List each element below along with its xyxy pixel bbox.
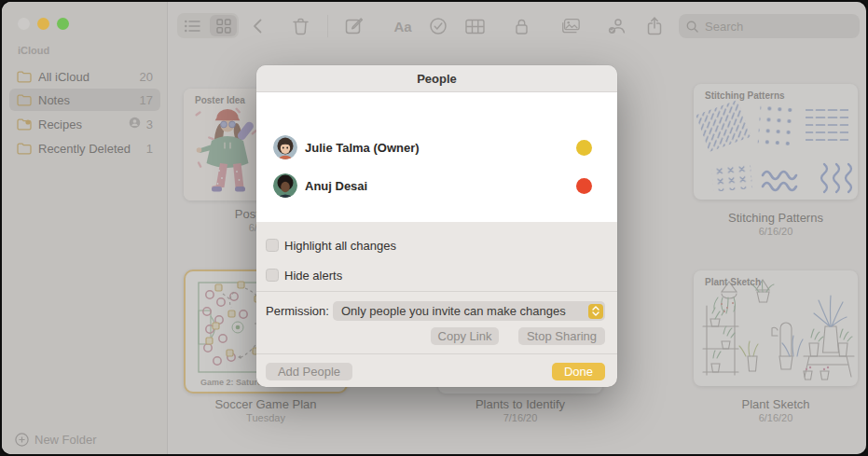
person-name: Julie Talma (Owner): [305, 141, 420, 155]
copy-link-button[interactable]: Copy Link: [431, 327, 499, 345]
person-name: Anuj Desai: [305, 179, 367, 193]
notes-window: iCloud All iCloud 20 Notes 17 Recipes 3 …: [0, 0, 868, 456]
participant-status-dot: [576, 140, 592, 156]
people-dialog: People Julie Talma (Owner) Anuj Desai Hi…: [256, 65, 617, 387]
person-row: Anuj Desai: [273, 173, 592, 198]
hide-alerts-checkbox[interactable]: [266, 269, 279, 282]
zoom-button[interactable]: [57, 18, 69, 30]
option-hide-alerts: Hide alerts: [266, 269, 342, 282]
stop-sharing-button[interactable]: Stop Sharing: [518, 327, 605, 345]
dialog-divider: [256, 353, 617, 354]
permission-select[interactable]: Only people you invite can make changes: [333, 301, 605, 321]
participant-status-dot: [576, 178, 592, 194]
people-list: Julie Talma (Owner) Anuj Desai: [256, 92, 617, 222]
checkbox-label: Highlight all changes: [284, 239, 396, 253]
permission-label: Permission:: [266, 304, 329, 318]
done-button[interactable]: Done: [552, 363, 605, 380]
close-button[interactable]: [18, 18, 30, 30]
dialog-title: People: [417, 72, 457, 86]
minimize-button[interactable]: [37, 18, 49, 30]
person-row: Julie Talma (Owner): [273, 135, 592, 159]
highlight-changes-checkbox[interactable]: [266, 239, 279, 252]
dialog-divider: [256, 291, 617, 292]
option-highlight-changes: Highlight all changes: [266, 239, 396, 252]
window-controls: [18, 18, 69, 30]
checkbox-label: Hide alerts: [284, 269, 342, 283]
avatar-julie: [273, 135, 297, 159]
avatar-anuj: [273, 173, 297, 198]
select-stepper-icon: [588, 304, 603, 319]
add-people-button[interactable]: Add People: [266, 363, 352, 380]
dialog-titlebar[interactable]: People: [256, 65, 617, 92]
permission-value: Only people you invite can make changes: [341, 304, 566, 318]
